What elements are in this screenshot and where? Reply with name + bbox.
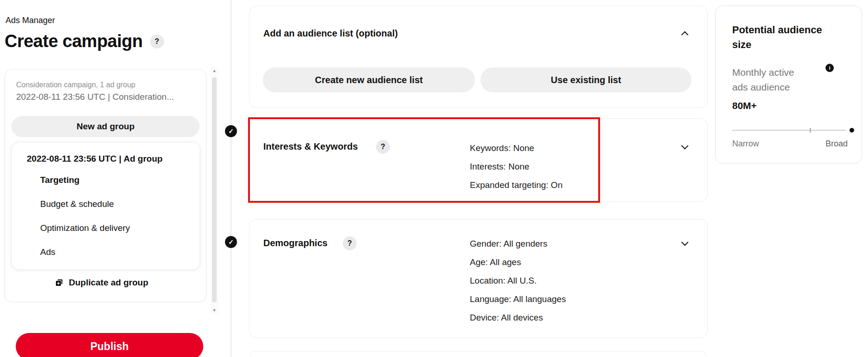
app-name: Ads Manager bbox=[6, 16, 55, 25]
audience-list-card: Add an audience list (optional) Create n… bbox=[249, 6, 708, 108]
audience-size-slider bbox=[732, 130, 846, 131]
chevron-down-icon[interactable] bbox=[679, 141, 691, 153]
help-glyph: ? bbox=[155, 37, 159, 46]
scrollbar-thumb[interactable] bbox=[212, 77, 217, 303]
summary-device: Device: All devices bbox=[470, 309, 566, 327]
audience-list-card-title: Add an audience list (optional) bbox=[263, 28, 398, 39]
publish-button[interactable]: Publish bbox=[16, 333, 203, 357]
sidebar-item-targeting[interactable]: Targeting bbox=[40, 175, 79, 185]
slider-min-label: Narrow bbox=[732, 139, 759, 149]
check-glyph: ✓ bbox=[228, 127, 234, 135]
interests-keywords-card: Interests & Keywords ? Keywords: None In… bbox=[249, 118, 708, 202]
page-title-row: Create campaign ? bbox=[5, 31, 164, 51]
summary-expanded-targeting: Expanded targeting: On bbox=[470, 176, 563, 194]
slider-max-label: Broad bbox=[826, 139, 848, 149]
new-ad-group-button[interactable]: New ad group bbox=[12, 116, 200, 137]
potential-audience-title: Potential audience size bbox=[732, 23, 829, 52]
potential-audience-panel: Potential audience size Monthly active a… bbox=[715, 6, 862, 163]
completed-check-icon: ✓ bbox=[225, 125, 237, 137]
scroll-down-icon[interactable]: ▼ bbox=[210, 307, 219, 314]
help-icon[interactable]: ? bbox=[150, 35, 164, 48]
sidebar-item-budget-schedule[interactable]: Budget & schedule bbox=[40, 199, 114, 209]
use-existing-list-button[interactable]: Use existing list bbox=[480, 67, 692, 92]
duplicate-icon bbox=[55, 278, 63, 287]
sidebar-scrollbar[interactable]: ▲ ▼ bbox=[210, 67, 219, 314]
campaign-name-label: 2022-08-11 23:56 UTC | Consideration... bbox=[16, 92, 174, 102]
campaign-type-label: Consideration campaign, 1 ad group bbox=[16, 81, 135, 89]
chevron-down-icon[interactable] bbox=[679, 237, 691, 249]
check-glyph: ✓ bbox=[228, 238, 234, 246]
info-icon[interactable]: i bbox=[826, 64, 834, 72]
help-icon[interactable]: ? bbox=[376, 140, 390, 154]
next-section-card bbox=[249, 351, 708, 357]
summary-age: Age: All ages bbox=[470, 253, 566, 272]
sidebar-item-ads[interactable]: Ads bbox=[40, 247, 55, 257]
summary-interests: Interests: None bbox=[470, 157, 563, 176]
campaign-panel: Consideration campaign, 1 ad group 2022-… bbox=[5, 69, 206, 302]
chevron-up-icon[interactable] bbox=[679, 27, 691, 39]
chevron-up-glyph bbox=[681, 31, 688, 38]
sidebar-item-optimization-delivery[interactable]: Optimization & delivery bbox=[40, 223, 130, 233]
summary-gender: Gender: All genders bbox=[470, 235, 566, 253]
audience-size-value: 80M+ bbox=[732, 100, 757, 111]
ad-group-title: 2022-08-11 23:56 UTC | Ad group bbox=[27, 154, 163, 164]
info-glyph: i bbox=[829, 65, 830, 71]
help-glyph: ? bbox=[347, 239, 352, 248]
monthly-active-label: Monthly active ads audience bbox=[732, 65, 811, 95]
duplicate-ad-group-button[interactable]: Duplicate ad group bbox=[55, 278, 148, 288]
slider-tick bbox=[810, 128, 811, 133]
page: { "app": { "name": "Ads Manager", "page_… bbox=[0, 0, 868, 357]
help-glyph: ? bbox=[381, 143, 385, 151]
interests-keywords-title: Interests & Keywords bbox=[263, 141, 358, 152]
demographics-card: Demographics ? Gender: All genders Age: … bbox=[249, 219, 708, 338]
help-icon[interactable]: ? bbox=[343, 236, 357, 250]
scroll-up-icon[interactable]: ▲ bbox=[210, 67, 219, 74]
vertical-divider bbox=[231, 0, 231, 357]
page-title: Create campaign bbox=[5, 31, 143, 51]
slider-dot bbox=[850, 128, 854, 133]
demographics-title: Demographics bbox=[263, 238, 328, 248]
interests-summary: Keywords: None Interests: None Expanded … bbox=[470, 139, 563, 194]
chevron-down-glyph bbox=[681, 238, 688, 246]
summary-language: Language: All languages bbox=[470, 290, 566, 309]
summary-keywords: Keywords: None bbox=[470, 139, 563, 157]
create-new-audience-list-button[interactable]: Create new audience list bbox=[263, 67, 475, 92]
summary-location: Location: All U.S. bbox=[470, 272, 566, 290]
ad-group-card: 2022-08-11 23:56 UTC | Ad group Targetin… bbox=[12, 142, 200, 270]
duplicate-label: Duplicate ad group bbox=[69, 278, 148, 288]
completed-check-icon: ✓ bbox=[225, 236, 237, 248]
chevron-down-glyph bbox=[681, 142, 688, 149]
demographics-summary: Gender: All genders Age: All ages Locati… bbox=[470, 235, 566, 327]
